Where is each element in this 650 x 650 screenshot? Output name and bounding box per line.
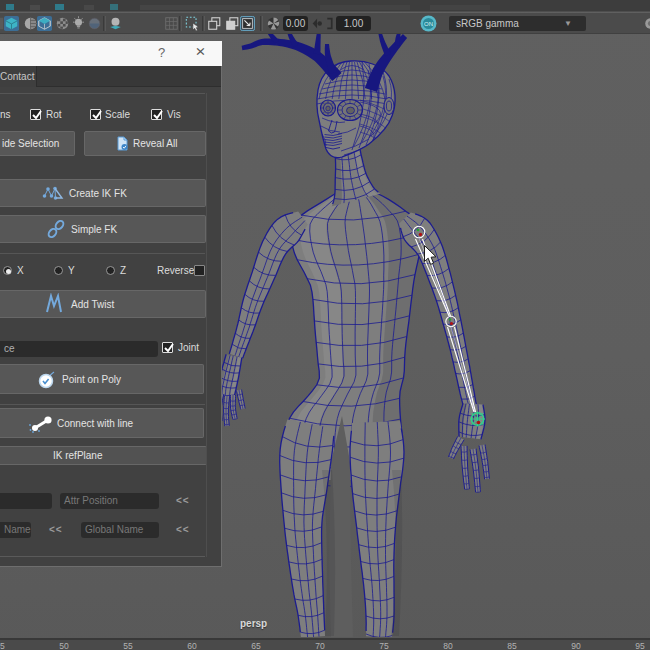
- svg-text:ON: ON: [424, 21, 433, 27]
